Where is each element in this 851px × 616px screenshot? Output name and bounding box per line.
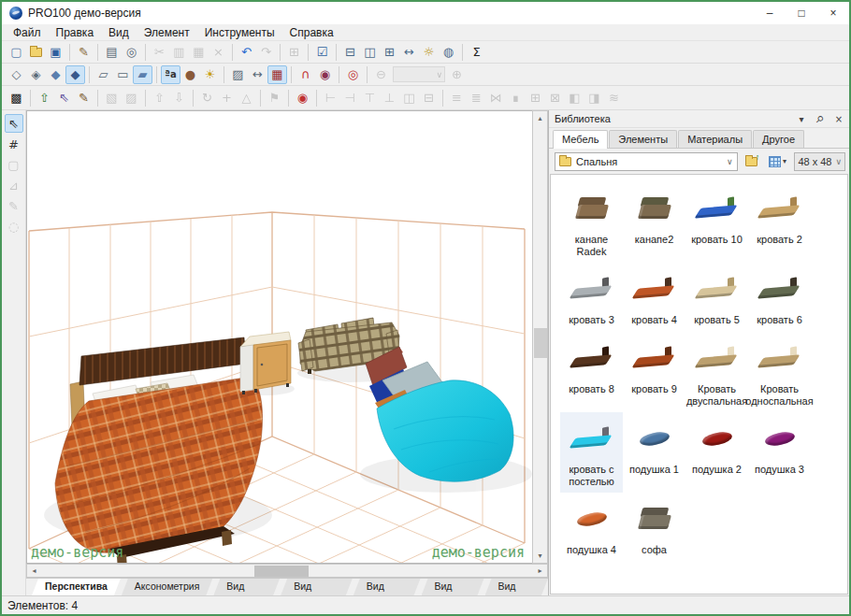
group-properties-button[interactable]: ⊞ xyxy=(284,43,304,62)
category-combobox[interactable]: Спальня ∨ xyxy=(555,152,738,171)
panel-preview-button[interactable]: ◫ xyxy=(360,43,380,62)
library-item-кровать-двуспальная[interactable]: Кровать двуспальная xyxy=(685,332,748,412)
view-color-button[interactable]: ◆ xyxy=(46,65,65,84)
view-tab-перспектива[interactable]: Перспектива xyxy=(32,579,121,595)
join-right-button[interactable]: ◨ xyxy=(584,89,604,107)
icon-size-combobox[interactable]: 48 x 48 ∨ xyxy=(794,152,845,171)
contours-dashed-button[interactable]: ▭ xyxy=(113,65,133,84)
snap-center-button[interactable]: ◉ xyxy=(293,89,312,107)
cut-button[interactable]: ✂ xyxy=(150,43,169,62)
library-tab-мебель[interactable]: Мебель xyxy=(553,130,608,149)
panel-object-tree-button[interactable]: ⊞ xyxy=(380,43,399,62)
panel-info-button[interactable]: ◍ xyxy=(439,43,458,62)
grid-toggle-button[interactable]: ▦ xyxy=(267,65,287,84)
insert-element-button[interactable]: ⇧ xyxy=(35,89,54,107)
panel-dimensions-button[interactable]: ↔ xyxy=(399,43,419,62)
view-textures-button[interactable]: ◆ xyxy=(65,65,85,84)
scroll-down-icon[interactable]: ▾ xyxy=(533,549,547,563)
move-down-button[interactable]: ⇩ xyxy=(169,89,189,107)
space-v-button[interactable]: ⊠ xyxy=(545,89,565,107)
library-tab-элементы[interactable]: Элементы xyxy=(609,130,677,148)
redo-button[interactable]: ↷ xyxy=(256,43,276,62)
fit-height-button[interactable]: ∎ xyxy=(506,89,526,107)
pattern-mode-button[interactable]: ▩ xyxy=(7,89,26,107)
library-item-кровать-10[interactable]: кровать 10 xyxy=(685,182,748,263)
library-tab-другое[interactable]: Другое xyxy=(753,130,804,148)
library-item-кровать-2[interactable]: кровать 2 xyxy=(748,182,811,263)
library-item-кровать-5[interactable]: кровать 5 xyxy=(685,263,748,332)
snap-objects-button[interactable]: ◉ xyxy=(315,65,335,84)
align-right-button[interactable]: ⊣ xyxy=(340,89,360,107)
mirror-button[interactable]: △ xyxy=(237,89,256,107)
distribute-h-button[interactable]: ≡ xyxy=(447,89,467,107)
print-button[interactable]: ▤ xyxy=(102,43,122,62)
new-document-button[interactable]: ▢ xyxy=(7,43,26,62)
angle-tool-button[interactable]: ⊿ xyxy=(5,176,23,194)
view-tab-вид-спереди[interactable]: Вид спереди xyxy=(281,579,353,595)
shape-tool-button[interactable]: ▢ xyxy=(5,155,23,174)
panel-menu-button[interactable]: ▾ xyxy=(795,114,808,124)
library-item-канапе2[interactable]: канапе2 xyxy=(623,182,685,263)
pointer-tool-button[interactable]: ⇖ xyxy=(5,114,23,133)
textures-toggle-button[interactable]: ▨ xyxy=(228,65,248,84)
draw-tool-button[interactable]: ✎ xyxy=(74,89,94,107)
select-frame-button[interactable]: ▧ xyxy=(102,89,122,107)
lighting-button[interactable]: ☀ xyxy=(200,65,220,84)
align-bottom-button[interactable]: ⊥ xyxy=(380,89,399,107)
library-item-подушка-4[interactable]: подушка 4 xyxy=(560,493,623,562)
scroll-right-icon[interactable]: ▸ xyxy=(533,564,547,578)
fit-width-button[interactable]: ⋈ xyxy=(486,89,506,107)
select-group-button[interactable]: ▨ xyxy=(122,89,141,107)
undo-button[interactable]: ↶ xyxy=(237,43,256,62)
dimensions-toggle-button[interactable]: ↔ xyxy=(248,65,267,84)
snap-grid-button[interactable]: ◎ xyxy=(343,65,363,84)
menu-справка[interactable]: Справка xyxy=(282,24,341,40)
library-item-софа[interactable]: софа xyxy=(623,493,685,562)
align-top-button[interactable]: ⊤ xyxy=(360,89,380,107)
library-tab-материалы[interactable]: Материалы xyxy=(678,130,752,148)
edit-tool-button[interactable]: ✎ xyxy=(5,196,23,215)
select-tool-button[interactable]: ⇖ xyxy=(54,89,74,107)
zoom-tool-button[interactable]: ◌ xyxy=(5,217,23,236)
view-tab-аксонометрия[interactable]: Аксонометрия xyxy=(122,579,212,595)
panel-structure-button[interactable]: ⊟ xyxy=(340,43,360,62)
library-item-кровать-односпальная[interactable]: Кровать односпальная xyxy=(748,332,811,412)
folder-up-button[interactable]: ↑ xyxy=(742,152,761,171)
library-item-подушка-1[interactable]: подушка 1 xyxy=(623,412,685,493)
price-calculation-button[interactable]: Σ xyxy=(467,43,486,62)
align-left-button[interactable]: ⊢ xyxy=(321,89,340,107)
view-tab-вид-справа[interactable]: Вид справа xyxy=(353,579,421,595)
view-tab-вид-сзади[interactable]: Вид сзади xyxy=(422,579,484,595)
menu-файл[interactable]: Файл xyxy=(6,24,49,40)
center-v-button[interactable]: ⊟ xyxy=(419,89,439,107)
wave-button[interactable]: ≋ xyxy=(604,89,624,107)
close-button[interactable]: × xyxy=(817,2,849,24)
library-item-подушка-2[interactable]: подушка 2 xyxy=(685,412,748,493)
zoom-in-button[interactable]: ⊕ xyxy=(447,65,467,84)
minimize-button[interactable]: – xyxy=(754,2,786,24)
view-sketch-button[interactable]: ◈ xyxy=(26,65,46,84)
move-up-button[interactable]: ⇧ xyxy=(150,89,169,107)
save-button[interactable]: ▣ xyxy=(46,43,65,62)
shading-button[interactable]: ● xyxy=(180,65,200,84)
panel-light-button[interactable]: ☼ xyxy=(419,43,439,62)
move-button[interactable]: + xyxy=(217,89,237,107)
vertical-scroll-thumb[interactable] xyxy=(534,328,547,358)
flag-button[interactable]: ⚑ xyxy=(265,89,284,107)
viewport[interactable]: демо-версия демо-версия xyxy=(26,110,532,564)
library-item-канапе-radek[interactable]: канапе Radek xyxy=(560,182,623,263)
menu-элемент[interactable]: Элемент xyxy=(137,24,197,40)
chevron-down-icon[interactable]: ∨ xyxy=(727,157,733,166)
panel-pin-button[interactable]: ⚲ xyxy=(814,114,827,124)
menu-правка[interactable]: Правка xyxy=(49,24,102,40)
rotate-button[interactable]: ↻ xyxy=(197,89,217,107)
snap-magnet-button[interactable]: ∩ xyxy=(296,65,315,84)
horizontal-scroll-thumb[interactable] xyxy=(254,566,309,577)
space-h-button[interactable]: ⊞ xyxy=(526,89,545,107)
horizontal-scrollbar[interactable]: ◂ ▸ xyxy=(26,564,548,578)
view-tab-вид-сверху[interactable]: Вид сверху xyxy=(213,579,280,595)
maximize-button[interactable]: □ xyxy=(786,2,817,24)
dimension-tool-button[interactable]: # xyxy=(5,135,23,153)
distribute-v-button[interactable]: ≣ xyxy=(467,89,486,107)
paste-button[interactable]: ▦ xyxy=(189,43,209,62)
